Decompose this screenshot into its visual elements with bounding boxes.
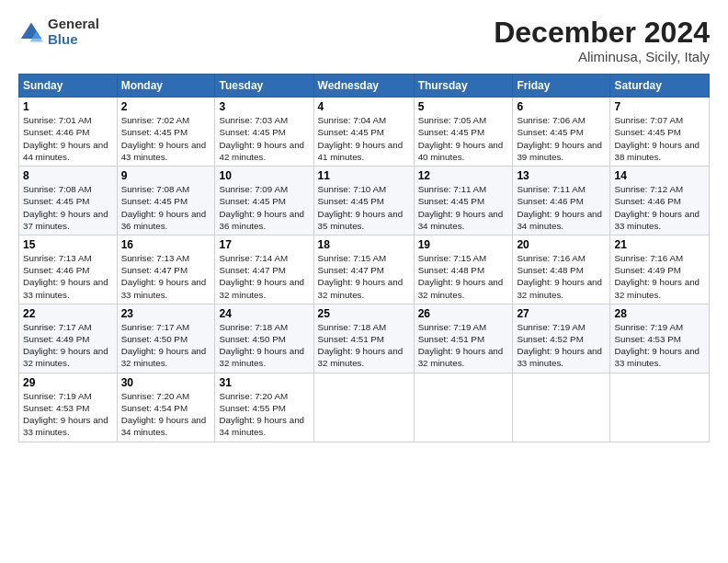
col-header-monday: Monday [117,75,215,98]
day-info: Sunrise: 7:14 AMSunset: 4:47 PMDaylight:… [219,253,304,300]
day-cell: 12 Sunrise: 7:11 AMSunset: 4:45 PMDaylig… [414,167,513,236]
day-number: 19 [418,238,509,251]
day-info: Sunrise: 7:16 AMSunset: 4:48 PMDaylight:… [517,253,602,300]
week-row-2: 8 Sunrise: 7:08 AMSunset: 4:45 PMDayligh… [19,167,710,236]
day-info: Sunrise: 7:11 AMSunset: 4:45 PMDaylight:… [418,184,504,231]
day-cell: 31 Sunrise: 7:20 AMSunset: 4:55 PMDaylig… [215,373,313,442]
day-info: Sunrise: 7:19 AMSunset: 4:51 PMDaylight:… [418,322,504,369]
day-cell: 24 Sunrise: 7:18 AMSunset: 4:50 PMDaylig… [215,304,313,373]
day-info: Sunrise: 7:19 AMSunset: 4:53 PMDaylight:… [23,391,108,438]
day-number: 8 [23,169,113,182]
day-cell: 28 Sunrise: 7:19 AMSunset: 4:53 PMDaylig… [610,304,710,373]
day-cell: 15 Sunrise: 7:13 AMSunset: 4:46 PMDaylig… [19,235,118,304]
day-number: 22 [23,307,113,320]
day-cell [313,373,414,442]
col-header-thursday: Thursday [414,75,513,98]
week-row-4: 22 Sunrise: 7:17 AMSunset: 4:49 PMDaylig… [19,304,710,373]
day-info: Sunrise: 7:05 AMSunset: 4:45 PMDaylight:… [418,115,504,162]
calendar: SundayMondayTuesdayWednesdayThursdayFrid… [18,74,710,442]
logo-general: General [48,17,99,32]
day-info: Sunrise: 7:06 AMSunset: 4:45 PMDaylight:… [517,115,602,162]
day-info: Sunrise: 7:19 AMSunset: 4:52 PMDaylight:… [517,322,602,369]
day-cell: 23 Sunrise: 7:17 AMSunset: 4:50 PMDaylig… [117,304,215,373]
day-info: Sunrise: 7:08 AMSunset: 4:45 PMDaylight:… [121,184,207,231]
day-number: 23 [121,307,211,320]
day-info: Sunrise: 7:12 AMSunset: 4:46 PMDaylight:… [614,184,700,231]
day-number: 1 [23,100,113,113]
day-info: Sunrise: 7:18 AMSunset: 4:50 PMDaylight:… [219,322,304,369]
week-row-5: 29 Sunrise: 7:19 AMSunset: 4:53 PMDaylig… [19,373,710,442]
col-header-friday: Friday [513,75,610,98]
day-info: Sunrise: 7:02 AMSunset: 4:45 PMDaylight:… [121,115,207,162]
day-cell: 14 Sunrise: 7:12 AMSunset: 4:46 PMDaylig… [610,167,710,236]
day-info: Sunrise: 7:01 AMSunset: 4:46 PMDaylight:… [23,115,108,162]
day-info: Sunrise: 7:20 AMSunset: 4:55 PMDaylight:… [219,391,304,438]
day-number: 28 [614,307,705,320]
day-cell [513,373,610,442]
day-cell: 19 Sunrise: 7:15 AMSunset: 4:48 PMDaylig… [414,235,513,304]
day-number: 14 [614,169,705,182]
day-info: Sunrise: 7:18 AMSunset: 4:51 PMDaylight:… [318,322,404,369]
sub-title: Aliminusa, Sicily, Italy [494,49,710,64]
day-cell: 29 Sunrise: 7:19 AMSunset: 4:53 PMDaylig… [19,373,118,442]
day-info: Sunrise: 7:17 AMSunset: 4:49 PMDaylight:… [23,322,108,369]
day-number: 10 [219,169,309,182]
day-number: 15 [23,238,113,251]
day-info: Sunrise: 7:13 AMSunset: 4:46 PMDaylight:… [23,253,108,300]
day-cell: 8 Sunrise: 7:08 AMSunset: 4:45 PMDayligh… [19,167,118,236]
day-info: Sunrise: 7:15 AMSunset: 4:47 PMDaylight:… [318,253,404,300]
day-cell: 6 Sunrise: 7:06 AMSunset: 4:45 PMDayligh… [513,98,610,167]
day-cell: 18 Sunrise: 7:15 AMSunset: 4:47 PMDaylig… [313,235,414,304]
day-number: 5 [418,100,509,113]
logo-text: General Blue [48,17,99,47]
day-cell: 11 Sunrise: 7:10 AMSunset: 4:45 PMDaylig… [313,167,414,236]
day-info: Sunrise: 7:11 AMSunset: 4:46 PMDaylight:… [517,184,602,231]
day-cell: 4 Sunrise: 7:04 AMSunset: 4:45 PMDayligh… [313,98,414,167]
day-cell: 22 Sunrise: 7:17 AMSunset: 4:49 PMDaylig… [19,304,118,373]
day-cell: 13 Sunrise: 7:11 AMSunset: 4:46 PMDaylig… [513,167,610,236]
day-number: 12 [418,169,509,182]
day-cell: 10 Sunrise: 7:09 AMSunset: 4:45 PMDaylig… [215,167,313,236]
day-info: Sunrise: 7:08 AMSunset: 4:45 PMDaylight:… [23,184,108,231]
col-header-saturday: Saturday [610,75,710,98]
day-number: 6 [517,100,606,113]
day-number: 9 [121,169,211,182]
col-header-tuesday: Tuesday [215,75,313,98]
day-number: 27 [517,307,606,320]
day-number: 4 [318,100,410,113]
day-cell: 17 Sunrise: 7:14 AMSunset: 4:47 PMDaylig… [215,235,313,304]
day-number: 30 [121,376,211,389]
day-info: Sunrise: 7:17 AMSunset: 4:50 PMDaylight:… [121,322,207,369]
calendar-header-row: SundayMondayTuesdayWednesdayThursdayFrid… [19,75,710,98]
page: General Blue December 2024 Aliminusa, Si… [0,0,728,563]
day-info: Sunrise: 7:07 AMSunset: 4:45 PMDaylight:… [614,115,700,162]
day-number: 18 [318,238,410,251]
day-cell: 20 Sunrise: 7:16 AMSunset: 4:48 PMDaylig… [513,235,610,304]
main-title: December 2024 [494,17,710,49]
day-cell [414,373,513,442]
day-number: 26 [418,307,509,320]
day-number: 13 [517,169,606,182]
logo-icon [18,19,44,45]
week-row-1: 1 Sunrise: 7:01 AMSunset: 4:46 PMDayligh… [19,98,710,167]
day-cell: 21 Sunrise: 7:16 AMSunset: 4:49 PMDaylig… [610,235,710,304]
day-info: Sunrise: 7:13 AMSunset: 4:47 PMDaylight:… [121,253,207,300]
day-cell: 27 Sunrise: 7:19 AMSunset: 4:52 PMDaylig… [513,304,610,373]
day-info: Sunrise: 7:03 AMSunset: 4:45 PMDaylight:… [219,115,304,162]
day-cell: 9 Sunrise: 7:08 AMSunset: 4:45 PMDayligh… [117,167,215,236]
day-info: Sunrise: 7:19 AMSunset: 4:53 PMDaylight:… [614,322,700,369]
day-number: 11 [318,169,410,182]
logo-blue: Blue [48,32,99,48]
day-number: 25 [318,307,410,320]
day-number: 24 [219,307,309,320]
day-cell: 3 Sunrise: 7:03 AMSunset: 4:45 PMDayligh… [215,98,313,167]
day-cell: 1 Sunrise: 7:01 AMSunset: 4:46 PMDayligh… [19,98,118,167]
day-number: 2 [121,100,211,113]
day-number: 29 [23,376,113,389]
day-info: Sunrise: 7:09 AMSunset: 4:45 PMDaylight:… [219,184,304,231]
day-cell: 26 Sunrise: 7:19 AMSunset: 4:51 PMDaylig… [414,304,513,373]
title-block: December 2024 Aliminusa, Sicily, Italy [494,17,710,64]
day-cell [610,373,710,442]
day-number: 3 [219,100,309,113]
day-info: Sunrise: 7:20 AMSunset: 4:54 PMDaylight:… [121,391,207,438]
